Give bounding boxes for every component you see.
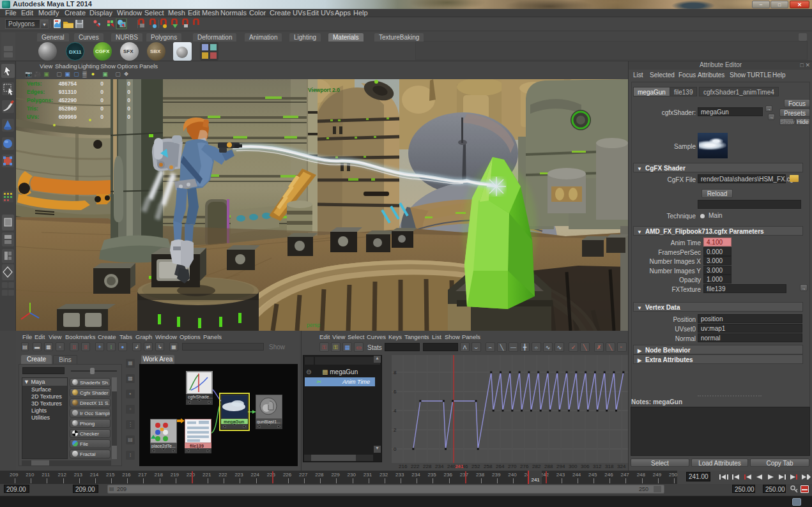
svg-text:file139: file139 bbox=[190, 444, 204, 448]
svg-text:2: 2 bbox=[394, 427, 397, 433]
svg-text:cgfxShade...: cgfxShade... bbox=[188, 395, 213, 400]
svg-text:4: 4 bbox=[394, 408, 397, 414]
svg-text:8: 8 bbox=[394, 370, 397, 375]
svg-text:6: 6 bbox=[394, 389, 397, 395]
svg-text:0: 0 bbox=[394, 446, 397, 452]
svg-text:10: 10 bbox=[394, 355, 399, 356]
